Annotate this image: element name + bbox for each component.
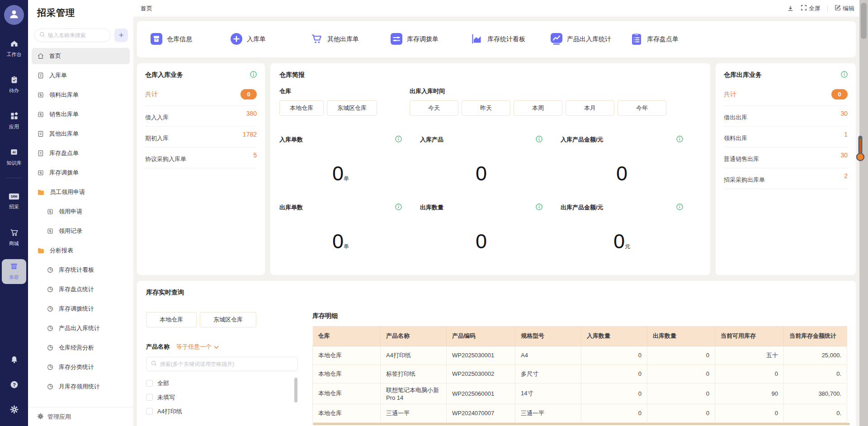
scrollbar-thumb[interactable] xyxy=(861,3,867,39)
info-icon[interactable] xyxy=(841,71,848,79)
sidebar-item-stock-dashboard[interactable]: 库存统计看板 xyxy=(32,262,130,278)
sidebar-item-other-outbound[interactable]: 其他出库单 xyxy=(32,126,130,142)
filter-operator-label: 等于任意一个 xyxy=(176,343,212,351)
quicklink-inbound-order[interactable]: 入库单 xyxy=(231,33,311,46)
time-button-yesterday[interactable]: 昨天 xyxy=(462,100,510,116)
sidebar-item-inbound-order[interactable]: 入库单 xyxy=(32,67,130,84)
time-button-month[interactable]: 本月 xyxy=(566,100,614,116)
biz-row[interactable]: 领料出库 1 xyxy=(724,127,848,147)
stat-value: 0 xyxy=(420,230,542,253)
table-horizontal-scrollbar[interactable] xyxy=(313,423,850,425)
quicklink-product-io-stats[interactable]: 产品出入库统计 xyxy=(551,33,631,46)
edit-button[interactable]: 编辑 xyxy=(835,5,854,13)
time-button-today[interactable]: 今天 xyxy=(410,100,458,116)
table-row[interactable]: 本地仓库 联想笔记本电脑小新Pro 14 WP2025060001 14寸 0 … xyxy=(313,383,847,404)
table-row[interactable]: 本地仓库 A4打印纸 WP2025030001 A4 0 0 五十 25,000… xyxy=(313,346,847,364)
sidebar-item-requisition-record[interactable]: 领用记录 xyxy=(32,223,130,239)
col-available-stock[interactable]: 当前可用库存 xyxy=(715,326,784,346)
sidebar-item-warehouse-analysis[interactable]: 仓库经营分析 xyxy=(32,340,130,356)
quicklink-stock-dashboard[interactable]: 库存统计看板 xyxy=(471,33,551,46)
download-button[interactable] xyxy=(787,5,794,12)
query-warehouse-dongcheng[interactable]: 东城区仓库 xyxy=(200,312,256,327)
biz-row[interactable]: 招采采购出库单 2 xyxy=(724,168,848,189)
settings-icon[interactable] xyxy=(9,405,19,416)
edit-icon xyxy=(835,5,841,12)
rail-item-mall[interactable]: 商城 xyxy=(2,225,26,250)
table-row[interactable]: 本地仓库 三通一平 WP2024070007 三通一平 0 0 0 0. xyxy=(313,404,847,422)
quicklink-transfer-order[interactable]: 库存调拨单 xyxy=(391,33,471,46)
quicklink-other-outbound[interactable]: 其他出库单 xyxy=(311,33,391,46)
option-all[interactable]: 全部 xyxy=(146,376,292,390)
sidebar-item-stock-category-stats[interactable]: 库存分类统计 xyxy=(32,359,130,375)
sidebar-item-transfer-order[interactable]: 库存调拨单 xyxy=(32,165,130,181)
page-scrollbar[interactable] xyxy=(859,0,868,426)
info-icon[interactable] xyxy=(676,136,683,144)
avatar[interactable] xyxy=(4,5,24,25)
sidebar-item-home[interactable]: 首页 xyxy=(32,48,130,64)
biz-row[interactable]: 借入入库 380 xyxy=(145,106,257,127)
product-search-box[interactable] xyxy=(146,357,298,371)
sidebar-search[interactable] xyxy=(34,28,111,42)
manage-app-button[interactable]: 管理应用 xyxy=(28,407,133,426)
warehouse-button-dongcheng[interactable]: 东城区仓库 xyxy=(327,100,377,116)
info-icon[interactable] xyxy=(250,71,257,79)
help-icon[interactable]: ? xyxy=(9,380,19,391)
stat-label: 出库单数 xyxy=(279,204,303,212)
col-product-code[interactable]: 产品编码 xyxy=(447,326,515,346)
rail-item-srm[interactable]: SRM 招采 xyxy=(2,190,26,213)
biz-row[interactable]: 期初入库 1782 xyxy=(145,127,257,147)
sidebar-item-stocktake-stats[interactable]: 库存盘点统计 xyxy=(32,281,130,298)
query-warehouse-local[interactable]: 本地仓库 xyxy=(146,312,197,327)
rail-item-knowledge[interactable]: AI 知识库 xyxy=(2,145,26,170)
sidebar-folder-analysis-reports[interactable]: 分析报表 xyxy=(32,242,130,259)
stat-value: 0 xyxy=(420,162,542,185)
checkbox[interactable] xyxy=(146,380,153,387)
col-stock-amount[interactable]: 当前库存金额统计 xyxy=(784,326,847,346)
biz-row[interactable]: 借出出库 30 xyxy=(724,106,848,127)
quicklink-stocktake-order[interactable]: 库存盘点单 xyxy=(631,33,711,46)
thermometer-widget[interactable] xyxy=(854,135,866,164)
checkbox[interactable] xyxy=(146,394,153,401)
sidebar-item-monthly-requisition-stats[interactable]: 月库存领用统计 xyxy=(32,379,130,395)
info-icon[interactable] xyxy=(395,204,402,212)
bell-icon[interactable] xyxy=(9,355,19,366)
warehouse-filter-label: 仓库 xyxy=(279,87,377,95)
option-a4-paper[interactable]: A4打印纸 xyxy=(146,404,292,418)
sidebar-item-product-io-stats[interactable]: 产品出入库统计 xyxy=(32,320,130,336)
option-unfilled[interactable]: 未填写 xyxy=(146,390,292,404)
quicklink-warehouse-info[interactable]: 仓库信息 xyxy=(151,33,231,46)
rail-item-todo[interactable]: 待办 xyxy=(2,73,26,97)
info-icon[interactable] xyxy=(536,136,542,144)
list-scrollbar[interactable] xyxy=(294,378,297,402)
rail-item-apps[interactable]: 应用 xyxy=(2,109,26,133)
product-search-input[interactable] xyxy=(160,361,293,367)
time-button-week[interactable]: 本周 xyxy=(514,100,562,116)
rail-item-inventory[interactable]: 库存 xyxy=(2,259,26,284)
table-row[interactable]: 本地仓库 标签打印纸 WP2025030002 多尺寸 0 0 0 0. xyxy=(313,364,847,383)
warehouse-button-local[interactable]: 本地仓库 xyxy=(279,100,324,116)
info-icon[interactable] xyxy=(395,136,402,144)
sidebar-item-sales-outbound[interactable]: 销售出库单 xyxy=(32,106,130,123)
col-product-name[interactable]: 产品名称 xyxy=(381,326,447,346)
biz-value: 1 xyxy=(844,131,848,138)
checkbox[interactable] xyxy=(146,408,153,415)
sidebar-item-requisition-apply[interactable]: 领用申请 xyxy=(32,204,130,220)
biz-row[interactable]: 普通销售出库 30 xyxy=(724,147,848,168)
fullscreen-button[interactable]: 全屏 xyxy=(801,5,821,13)
sidebar-folder-employee-requisition[interactable]: 员工领用申请 xyxy=(32,184,130,200)
filter-operator-dropdown[interactable]: 等于任意一个 xyxy=(176,343,219,351)
sidebar-item-stocktake-order[interactable]: 库存盘点单 xyxy=(32,145,130,161)
info-icon[interactable] xyxy=(536,204,542,212)
col-inbound-qty[interactable]: 入库数量 xyxy=(581,326,647,346)
col-spec-model[interactable]: 规格型号 xyxy=(515,326,581,346)
biz-row[interactable]: 协议采购入库单 5 xyxy=(145,147,257,168)
col-warehouse[interactable]: 仓库 xyxy=(313,326,381,346)
time-button-year[interactable]: 今年 xyxy=(618,100,666,116)
sidebar-item-transfer-stats[interactable]: 库存调拨统计 xyxy=(32,301,130,317)
add-button[interactable]: + xyxy=(114,28,128,42)
sidebar-item-material-outbound[interactable]: 领料出库单 xyxy=(32,87,130,103)
sidebar-search-input[interactable] xyxy=(48,32,106,38)
col-outbound-qty[interactable]: 出库数量 xyxy=(647,326,715,346)
info-icon[interactable] xyxy=(676,204,683,212)
rail-item-workbench[interactable]: 工作台 xyxy=(2,37,26,61)
